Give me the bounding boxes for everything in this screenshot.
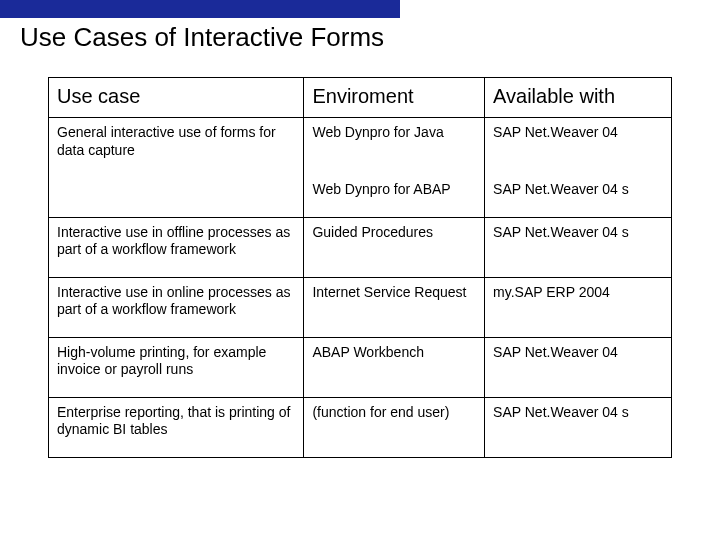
cell-environment: Web Dynpro for ABAP xyxy=(304,177,485,217)
col-header-available: Available with xyxy=(485,78,672,118)
cell-usecase: General interactive use of forms for dat… xyxy=(49,118,304,178)
cell-environment: Internet Service Request xyxy=(304,277,485,337)
header-accent-bar xyxy=(0,0,400,18)
col-header-environment: Enviroment xyxy=(304,78,485,118)
cell-usecase: Enterprise reporting, that is printing o… xyxy=(49,397,304,457)
page-title: Use Cases of Interactive Forms xyxy=(20,22,720,53)
table-row: Enterprise reporting, that is printing o… xyxy=(49,397,672,457)
cell-environment: (function for end user) xyxy=(304,397,485,457)
cell-available: SAP Net.Weaver 04 xyxy=(485,118,672,178)
cell-available: my.SAP ERP 2004 xyxy=(485,277,672,337)
table-header-row: Use case Enviroment Available with xyxy=(49,78,672,118)
cell-environment: ABAP Workbench xyxy=(304,337,485,397)
table-row: Web Dynpro for ABAP SAP Net.Weaver 04 s xyxy=(49,177,672,217)
cell-environment: Guided Procedures xyxy=(304,217,485,277)
cell-usecase: Interactive use in online processes as p… xyxy=(49,277,304,337)
table-row: Interactive use in online processes as p… xyxy=(49,277,672,337)
cell-usecase xyxy=(49,177,304,217)
cell-usecase: Interactive use in offline processes as … xyxy=(49,217,304,277)
use-cases-table-container: Use case Enviroment Available with Gener… xyxy=(48,77,672,458)
cell-available: SAP Net.Weaver 04 s xyxy=(485,217,672,277)
cell-environment: Web Dynpro for Java xyxy=(304,118,485,178)
cell-usecase: High-volume printing, for example invoic… xyxy=(49,337,304,397)
col-header-usecase: Use case xyxy=(49,78,304,118)
table-row: High-volume printing, for example invoic… xyxy=(49,337,672,397)
use-cases-table: Use case Enviroment Available with Gener… xyxy=(48,77,672,458)
cell-available: SAP Net.Weaver 04 s xyxy=(485,397,672,457)
table-row: General interactive use of forms for dat… xyxy=(49,118,672,178)
cell-available: SAP Net.Weaver 04 xyxy=(485,337,672,397)
table-row: Interactive use in offline processes as … xyxy=(49,217,672,277)
cell-available: SAP Net.Weaver 04 s xyxy=(485,177,672,217)
